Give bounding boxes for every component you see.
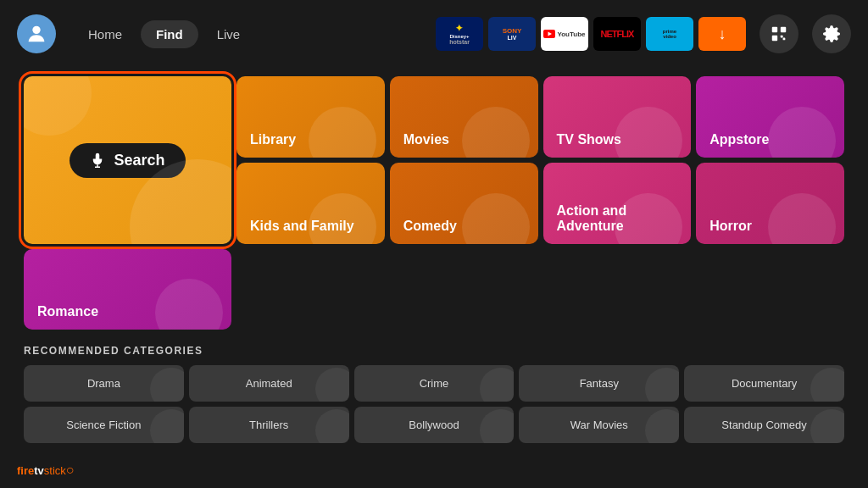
library-tile[interactable]: Library xyxy=(236,76,385,158)
recommended-title: RECOMMENDED CATEGORIES xyxy=(24,345,844,357)
comedy-label: Comedy xyxy=(403,219,457,234)
nav-live[interactable]: Live xyxy=(202,20,256,48)
main-content: Search Library Movies TV Shows Appstore xyxy=(0,76,868,443)
rec-bollywood[interactable]: Bollywood xyxy=(354,407,515,443)
svg-rect-7 xyxy=(781,36,783,38)
grid-icon xyxy=(770,25,788,43)
deco xyxy=(309,193,376,244)
rec-standup[interactable]: Standup Comedy xyxy=(684,407,844,443)
deco xyxy=(768,107,836,158)
downloader-app-icon[interactable]: ↓ xyxy=(698,17,746,51)
sony-app-icon[interactable]: SONY LIV xyxy=(488,17,536,51)
prime-app-icon[interactable]: prime video xyxy=(646,17,693,51)
svg-point-0 xyxy=(32,26,40,34)
deco xyxy=(615,193,682,244)
svg-rect-6 xyxy=(783,38,786,41)
grid-button[interactable] xyxy=(760,14,798,53)
action-tile[interactable]: Action and Adventure xyxy=(543,163,692,244)
romance-tile[interactable]: Romance xyxy=(24,249,231,330)
user-icon xyxy=(25,22,48,46)
tvshows-tile[interactable]: TV Shows xyxy=(543,76,692,158)
youtube-label: YouTube xyxy=(557,30,585,38)
rec-fantasy[interactable]: Fantasy xyxy=(519,365,679,402)
movies-label: Movies xyxy=(403,132,449,147)
microphone-icon xyxy=(90,152,105,168)
search-label: Search xyxy=(114,152,164,169)
deco-circle2 xyxy=(24,76,92,136)
netflix-app-icon[interactable]: NETFLIX xyxy=(593,17,641,51)
footer: firetvstick○ xyxy=(17,463,74,478)
comedy-tile[interactable]: Comedy xyxy=(390,163,538,244)
rec-documentary[interactable]: Documentary xyxy=(684,365,844,402)
disney-app-icon[interactable]: ✦ Disney+ hotstar xyxy=(436,17,483,51)
search-tile[interactable]: Search xyxy=(24,76,231,244)
kids-tile[interactable]: Kids and Family xyxy=(236,163,385,244)
rec-crime[interactable]: Crime xyxy=(354,365,515,402)
gear-icon xyxy=(822,25,841,43)
user-avatar[interactable] xyxy=(17,14,56,53)
deco xyxy=(309,107,376,158)
settings-button[interactable] xyxy=(812,14,851,53)
svg-rect-3 xyxy=(772,27,777,32)
svg-rect-5 xyxy=(772,36,777,41)
horror-label: Horror xyxy=(709,219,752,234)
rec-scifi[interactable]: Science Fiction xyxy=(24,407,184,443)
library-label: Library xyxy=(250,132,296,147)
deco xyxy=(155,279,223,330)
firetv-brand: firetvstick○ xyxy=(17,463,74,478)
movies-tile[interactable]: Movies xyxy=(390,76,538,158)
main-grid: Search Library Movies TV Shows Appstore xyxy=(24,76,844,330)
header: Home Find Live ✦ Disney+ hotstar SONY LI… xyxy=(0,0,868,68)
rec-animated[interactable]: Animated xyxy=(189,365,349,402)
deco xyxy=(462,107,530,158)
deco xyxy=(615,107,682,158)
recommended-section: RECOMMENDED CATEGORIES Drama Animated Cr… xyxy=(24,345,844,443)
rec-warmovies[interactable]: War Movies xyxy=(519,407,679,443)
rec-drama[interactable]: Drama xyxy=(24,365,184,402)
horror-tile[interactable]: Horror xyxy=(696,163,844,244)
deco xyxy=(462,193,530,244)
romance-label: Romance xyxy=(37,304,98,319)
nav-links: Home Find Live xyxy=(73,20,255,48)
nav-find[interactable]: Find xyxy=(141,20,198,48)
svg-rect-4 xyxy=(781,27,786,32)
appstore-label: Appstore xyxy=(709,132,769,147)
youtube-app-icon[interactable]: YouTube xyxy=(541,17,588,51)
deco xyxy=(768,193,836,244)
app-icons-bar: ✦ Disney+ hotstar SONY LIV YouTube NETFL… xyxy=(436,17,746,51)
tvshows-label: TV Shows xyxy=(557,132,621,147)
nav-home[interactable]: Home xyxy=(73,20,137,48)
recommended-grid: Drama Animated Crime Fantasy Documentary… xyxy=(24,365,844,443)
appstore-tile[interactable]: Appstore xyxy=(696,76,844,158)
rec-thrillers[interactable]: Thrillers xyxy=(189,407,349,443)
